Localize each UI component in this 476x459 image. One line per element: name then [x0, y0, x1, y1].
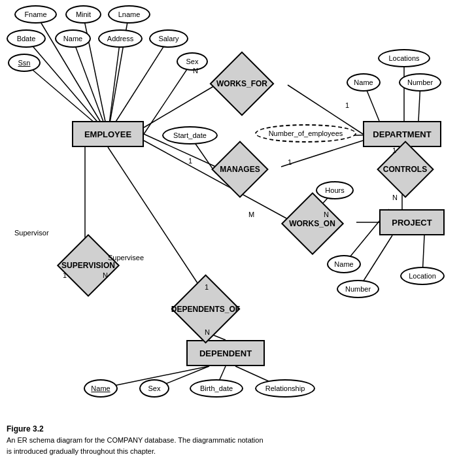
label-one-supervision1: 1	[63, 271, 67, 279]
supervision-diamond: SUPERVISION	[49, 243, 128, 288]
svg-line-12	[281, 141, 363, 167]
fname-oval: Fname	[14, 5, 57, 24]
project-entity: PROJECT	[379, 209, 445, 235]
label-n-controls: N	[392, 194, 398, 201]
label-m-works-on: M	[248, 211, 254, 218]
label-n1: N	[193, 67, 198, 75]
start-date-oval: Start_date	[162, 126, 218, 144]
lname-oval: Lname	[108, 5, 150, 24]
name-proj-oval: Name	[327, 255, 361, 273]
number-dept-oval: Number	[399, 73, 441, 92]
works-on-diamond: WORKS_ON	[275, 201, 350, 246]
name-dep-oval: Name	[84, 379, 118, 398]
ssn-oval: Ssn	[8, 54, 41, 72]
label-one1: 1	[345, 101, 349, 109]
label-one-dep-of: 1	[205, 283, 209, 291]
name-dept-oval: Name	[347, 73, 381, 92]
svg-line-6	[108, 39, 169, 134]
bdate-oval: Bdate	[7, 29, 46, 48]
label-one-manages2: 1	[288, 158, 292, 166]
svg-line-8	[144, 61, 192, 134]
minit-oval: Minit	[65, 5, 101, 24]
figure-description2: is introduced gradually throughout this …	[7, 446, 469, 457]
sex-emp-oval: Sex	[177, 52, 208, 71]
label-n-supervision: N	[103, 271, 108, 279]
svg-line-4	[73, 39, 108, 134]
hours-oval: Hours	[316, 181, 354, 199]
locations-oval: Locations	[378, 49, 430, 67]
figure-caption: Figure 3.2 An ER schema diagram for the …	[0, 420, 476, 459]
er-diagram: EMPLOYEE DEPARTMENT PROJECT DEPENDENT WO…	[0, 0, 476, 418]
label-supervisor: Supervisor	[14, 229, 49, 237]
employee-entity: EMPLOYEE	[72, 121, 144, 147]
sex-dep-oval: Sex	[139, 379, 169, 398]
svg-line-5	[108, 39, 120, 134]
svg-line-3	[26, 39, 108, 134]
label-one-manages1: 1	[188, 157, 192, 165]
controls-diamond: CONTROLS	[374, 149, 436, 190]
location-proj-oval: Location	[400, 267, 445, 285]
manages-diamond: MANAGES	[204, 149, 276, 190]
name-emp-oval: Name	[55, 29, 91, 48]
relationship-oval: Relationship	[255, 379, 315, 398]
birth-date-oval: Birth_date	[190, 379, 243, 398]
dependents-of-diamond: DEPENDENTS_OF	[158, 284, 253, 333]
address-oval: Address	[98, 29, 143, 48]
number-proj-oval: Number	[337, 280, 379, 298]
num-employees-oval: Number_of_employees	[255, 124, 356, 143]
figure-description: An ER schema diagram for the COMPANY dat…	[7, 435, 469, 446]
figure-title: Figure 3.2	[7, 423, 469, 435]
label-n-dep-of: N	[205, 328, 210, 336]
dependent-entity: DEPENDENT	[186, 340, 265, 366]
works-for-diamond: WORKS_FOR	[203, 61, 281, 107]
salary-oval: Salary	[149, 29, 188, 48]
label-n-works-on: N	[324, 211, 329, 218]
label-one-controls: 1	[392, 146, 396, 154]
